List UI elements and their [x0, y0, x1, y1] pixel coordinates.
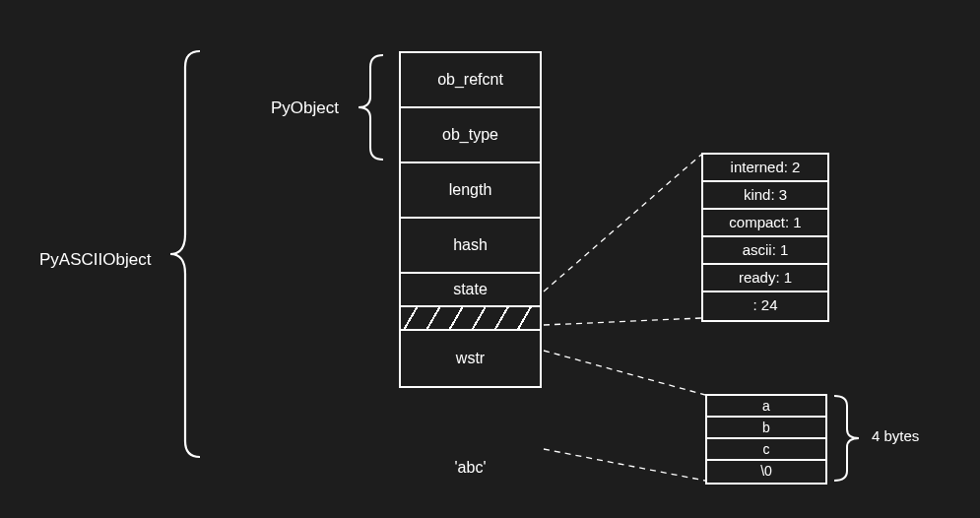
- svg-line-0: [544, 155, 701, 291]
- svg-line-3: [544, 449, 705, 481]
- connector-lines-icon: [0, 0, 980, 518]
- svg-line-2: [544, 351, 705, 395]
- svg-line-1: [544, 318, 701, 325]
